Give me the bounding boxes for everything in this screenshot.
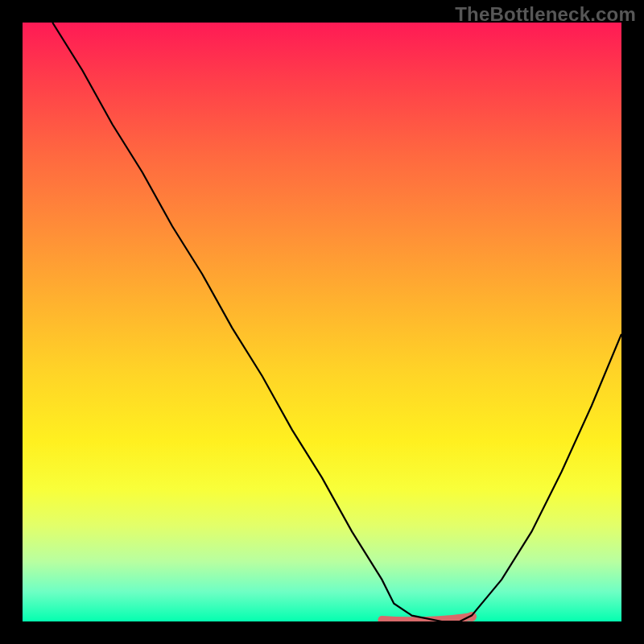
plot-area [23,23,621,621]
chart-frame: TheBottleneck.com [0,0,644,644]
watermark-text: TheBottleneck.com [455,3,636,26]
curve-layer [23,23,621,621]
bottleneck-curve [52,23,621,621]
